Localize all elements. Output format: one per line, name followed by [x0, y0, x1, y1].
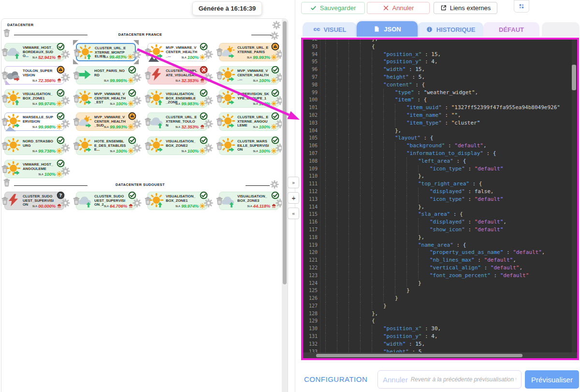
- gear-icon[interactable]: [61, 96, 70, 105]
- rain-mini-icon: [271, 203, 276, 209]
- rain-mini-icon: [128, 203, 133, 209]
- dashboard-tile[interactable]: MVP_VMWARE_VCENTER_HEALTH_... SLA100%: [219, 66, 279, 84]
- gear-icon[interactable]: [61, 73, 70, 82]
- dashboard-tile[interactable]: CLUSTER_URL_EXTERNE_PARIS SLA99.993%: [219, 43, 279, 61]
- gear-icon[interactable]: [132, 73, 142, 82]
- tile-name: TOULON_SUPERVISION: [23, 69, 55, 77]
- editor-hscroll-thumb[interactable]: [316, 354, 522, 357]
- gear-icon[interactable]: [61, 167, 70, 176]
- preview-button[interactable]: Prévisualiser: [525, 370, 579, 389]
- weather-rocks-icon: [6, 68, 22, 84]
- gear-icon[interactable]: [204, 119, 213, 128]
- gear-icon[interactable]: [132, 96, 142, 105]
- dashboard-tile[interactable]: MVP_VMWARE_VCENTER_HEALTH_EST SLA100%: [76, 89, 136, 108]
- gear-icon[interactable]: [204, 143, 213, 153]
- tab-json-label: JSON: [384, 26, 401, 33]
- dashboard-tile[interactable]: HOST_PARIS_NORD SLA99.995%: [76, 66, 136, 84]
- sla-indicator: SLA52.941%: [32, 55, 62, 60]
- tile-name: CLUSTER_TEMPLATE_VISUALISA...: [166, 69, 198, 77]
- tab-historique[interactable]: HISTORIQUE: [418, 22, 483, 37]
- gear-icon[interactable]: [132, 143, 142, 153]
- tab-json[interactable]: JSON: [357, 21, 418, 37]
- dashboard-tile[interactable]: CLUSTER_URL_EXTERNE_ANGOULEME SLA100%: [219, 112, 279, 131]
- collapse-right-button[interactable]: »: [288, 177, 299, 188]
- dashboard-tile[interactable]: MVP_VMWARE_VCENTER_HEALTH_... SLA100%: [147, 43, 207, 61]
- dashboard-tile[interactable]: VMWARE_HOST_BORDEAUX_SUDO... SLA52.941%: [4, 43, 64, 61]
- weather-cloud-icon: [6, 44, 22, 60]
- sla-indicator: SLA99.983%: [175, 101, 205, 106]
- collapse-left-button[interactable]: «: [288, 208, 299, 219]
- code-line: 125}: [303, 287, 577, 294]
- code-line: 104},: [303, 127, 577, 135]
- sun-mini-icon: [271, 148, 276, 154]
- sun-mini-icon: [128, 124, 133, 129]
- dashboard-tile[interactable]: MARSEILLE_SUPERVISION SLA99.998%: [4, 112, 64, 131]
- json-editor[interactable]: 92},93{94"position_x" : 15,95"position_y…: [301, 38, 579, 360]
- gear-icon[interactable]: [132, 119, 142, 128]
- gear-icon[interactable]: [204, 73, 213, 82]
- gear-icon[interactable]: [61, 143, 70, 153]
- line-number: 121: [303, 256, 320, 264]
- gear-icon[interactable]: [204, 96, 213, 105]
- dashboard-tile[interactable]: CLUSTER_TEMPLATE_VISUALISA... SLA32.353%: [147, 66, 207, 84]
- dashboard-tile[interactable]: VISUALISATION_BOX_ENSEMBLE_ZONE SLA99.98…: [147, 89, 207, 108]
- cancel-button[interactable]: Annuler: [367, 2, 430, 14]
- gear-icon[interactable]: [132, 198, 142, 208]
- dashboard-tile[interactable]: CLUSTER_SUDOUEST_SUPERVISION ? SLA00.000…: [4, 192, 64, 210]
- line-number: 103: [303, 119, 320, 127]
- editor-horizontal-scrollbar[interactable]: [303, 352, 577, 358]
- dashboard-tile[interactable]: TOULON_SUPERVISION SLA72.356%: [4, 66, 64, 84]
- dashboard-tile[interactable]: VISUALISATION_BOX_ZONE1 SLA99.974%: [147, 192, 207, 210]
- eyes-icon: [313, 27, 320, 32]
- code-line: 123"font_zoom_percent" : "default": [303, 272, 577, 280]
- line-number: 110: [303, 172, 320, 180]
- trend-right-icon: [157, 53, 163, 59]
- weather-sun-icon: [78, 45, 94, 61]
- dashboard-tile[interactable]: VISUALISATION_BOX_ZONE2 SLA100%: [147, 137, 207, 155]
- gear-icon[interactable]: [132, 50, 141, 59]
- dashboard-tile[interactable]: VMWARE_HOST_ANGOULEME SLA100%: [4, 160, 64, 178]
- dashboard-tile[interactable]: MVP_VMWARE_VCENTER_HEALTH_SUD SLA99.993%: [76, 112, 136, 131]
- sla-indicator: SLA44.118%: [247, 203, 276, 209]
- resize-panels-button[interactable]: ◂|▸: [288, 192, 299, 204]
- editor-vscroll-thumb[interactable]: [572, 65, 576, 90]
- panel-divider: » ◂|▸ «: [288, 177, 299, 223]
- tile-name: CLUSTER_URL_EXTERNE_PARIS: [237, 46, 269, 54]
- dashboard-tile[interactable]: CLUSTER_URL_EXTERNE_TOULON SLA32.353%: [147, 112, 207, 131]
- code-line: 132"width" : 15,: [303, 340, 577, 348]
- dashboard-tile[interactable]: NORD_STRASBOURG SLA99.738%: [4, 137, 64, 155]
- dashboard-tile[interactable]: CLUSTER_MARSEILLE_SUPERVISION SLA100%: [219, 137, 279, 155]
- tab-defaut[interactable]: DÉFAUT: [483, 22, 539, 37]
- weather-sun-icon: [149, 44, 165, 60]
- line-number: 130: [303, 325, 320, 333]
- code-line: 118},: [303, 234, 577, 241]
- save-button[interactable]: Sauvegarder: [301, 2, 365, 14]
- code-line: 126}: [303, 294, 577, 302]
- dashboard-tile[interactable]: CLUSTER_SUDOUEST_SUPERVISION_2 SLA64.706…: [76, 192, 136, 210]
- dashboard-tile[interactable]: SUPERVISION_SKYPE_GROUPE_1 SLA100%: [219, 89, 279, 108]
- corner-mini-button[interactable]: [514, 0, 529, 13]
- gear-icon[interactable]: [204, 198, 213, 208]
- line-number: 92: [303, 40, 320, 43]
- left-panel-scrollbar[interactable]: [282, 19, 288, 392]
- line-number: 96: [303, 66, 320, 73]
- gear-icon[interactable]: [61, 119, 70, 128]
- weather-big-arrow-icon: [78, 68, 94, 84]
- trend-right-icon: [85, 122, 92, 129]
- dashboard-tile[interactable]: HOTE_ENSEMBLE_DES_ETABLISSE... SLA100%: [76, 137, 136, 155]
- code-area[interactable]: 92},93{94"position_x" : 15,95"position_y…: [303, 40, 577, 355]
- tile-name: VISUALISATION_BOX_ZONE1: [23, 92, 55, 100]
- trend-right-icon: [228, 76, 235, 83]
- dashboard-tile[interactable]: VISUALISATION_BOX_ZONE3 SLA44.118%: [219, 192, 279, 210]
- dashboard-tile[interactable]: CLUSTER_URL_EXTERNE_MONTPELIER SLA99.483…: [76, 43, 136, 61]
- revert-button[interactable]: Annuler Revenir à la précédente prévisua…: [377, 370, 522, 389]
- code-line: 117"show_icon" : "default": [303, 226, 577, 234]
- sla-indicator: SLA00.000%: [32, 203, 62, 209]
- gear-icon[interactable]: [61, 198, 70, 208]
- dashboard-tile[interactable]: VISUALISATION_BOX_ZONE1 SLA99.974%: [4, 89, 64, 108]
- gear-icon[interactable]: [204, 50, 213, 59]
- gear-icon[interactable]: [61, 50, 70, 59]
- external-links-button[interactable]: Liens externes: [434, 2, 497, 14]
- scrollbar-thumb[interactable]: [283, 21, 287, 284]
- tab-visuel[interactable]: VISUEL: [303, 22, 357, 37]
